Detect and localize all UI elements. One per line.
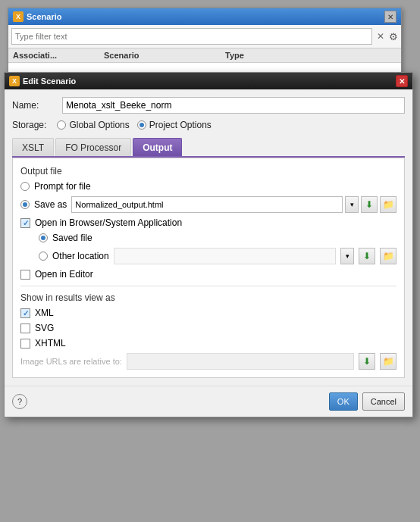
saved-file-radio[interactable]: [39, 233, 48, 242]
filter-clear-icon[interactable]: ✕: [375, 31, 386, 42]
output-file-label: Output file: [20, 166, 396, 177]
tab-xslt[interactable]: XSLT: [12, 138, 54, 156]
main-footer-right: OK Cancel: [329, 392, 405, 411]
save-as-label: Save as: [34, 199, 67, 210]
open-editor-row: Open in Editor: [20, 269, 396, 280]
main-footer-left: ?: [12, 394, 30, 409]
save-as-folder-icon[interactable]: 📁: [380, 196, 396, 213]
image-url-download-icon[interactable]: ⬇: [359, 353, 375, 370]
col-header-type: Type: [225, 51, 396, 60]
divider: [20, 286, 396, 286]
bg-dialog-title: Scenario: [27, 12, 61, 21]
prompt-file-label: Prompt for file: [34, 181, 91, 192]
xml-checkbox[interactable]: ✓: [20, 308, 30, 318]
bg-dialog-titlebar: X Scenario ✕: [8, 8, 401, 25]
saved-file-label: Saved file: [52, 233, 92, 243]
xhtml-row: XHTML: [20, 338, 396, 349]
bg-title-icon: X: [13, 11, 24, 22]
main-dialog-titlebar: X Edit Scenario ✕: [5, 73, 412, 89]
open-browser-checkmark: ✓: [23, 219, 29, 227]
open-browser-checkbox[interactable]: ✓: [20, 218, 30, 228]
main-dialog-title: Edit Scenario: [23, 77, 76, 86]
save-as-dropdown-arrow[interactable]: ▾: [345, 196, 359, 213]
save-as-input-group: ▾ ⬇ 📁: [71, 196, 396, 213]
name-label: Name:: [12, 100, 58, 111]
output-content-box: Output file Prompt for file Save as ▾ ⬇ …: [12, 158, 405, 378]
save-as-row: Save as ▾ ⬇ 📁: [20, 196, 396, 213]
other-location-label: Other location: [52, 251, 109, 261]
open-browser-label: Open in Browser/System Application: [35, 217, 182, 228]
main-dialog-body: Name: Storage: Global Options Project Op…: [5, 89, 412, 386]
storage-global-label: Global Options: [69, 120, 129, 130]
image-url-input[interactable]: [127, 353, 354, 370]
save-as-radio[interactable]: [20, 200, 30, 209]
col-header-assoc: Associati...: [13, 51, 104, 60]
main-dialog: X Edit Scenario ✕ Name: Storage: Global …: [4, 72, 413, 417]
open-editor-checkbox[interactable]: [20, 270, 30, 280]
ok-button[interactable]: OK: [329, 392, 358, 411]
xml-row: ✓ XML: [20, 308, 396, 318]
filter-bar: ✕ ⚙: [8, 25, 401, 48]
svg-checkbox[interactable]: [20, 324, 30, 333]
open-editor-label: Open in Editor: [35, 269, 93, 280]
main-close-button[interactable]: ✕: [396, 75, 408, 87]
image-url-label: Image URLs are relative to:: [20, 357, 122, 366]
save-as-radio-dot: [23, 202, 27, 207]
main-titlebar-left: X Edit Scenario: [9, 76, 76, 86]
storage-project-radio[interactable]: [137, 120, 146, 130]
tab-fo-processor[interactable]: FO Processor: [55, 138, 131, 156]
image-url-row: Image URLs are relative to: ⬇ 📁: [20, 353, 396, 370]
main-title-icon: X: [9, 76, 20, 86]
bg-titlebar-left: X Scenario: [13, 11, 61, 22]
main-help-button[interactable]: ?: [12, 394, 27, 409]
svg-row: SVG: [20, 323, 396, 333]
filter-gear-icon[interactable]: ⚙: [389, 31, 398, 42]
open-browser-row: ✓ Open in Browser/System Application: [20, 217, 396, 228]
prompt-file-radio[interactable]: [20, 182, 30, 191]
save-as-download-icon[interactable]: ⬇: [361, 196, 378, 213]
xml-label: XML: [35, 308, 54, 318]
other-loc-dropdown[interactable]: ▾: [340, 248, 354, 264]
storage-label: Storage:: [12, 120, 46, 130]
save-as-input[interactable]: [71, 196, 343, 213]
name-input[interactable]: [62, 97, 405, 114]
xhtml-checkbox[interactable]: [20, 339, 30, 349]
storage-row: Storage: Global Options Project Options: [12, 120, 405, 130]
bg-close-button[interactable]: ✕: [384, 11, 396, 23]
main-dialog-footer: ? OK Cancel: [5, 386, 412, 417]
cancel-button[interactable]: Cancel: [362, 392, 405, 411]
xml-checkmark: ✓: [23, 309, 29, 317]
tab-output[interactable]: Output: [133, 138, 182, 156]
xhtml-label: XHTML: [35, 338, 66, 349]
other-location-row: Other location ▾ ⬇ 📁: [39, 248, 396, 264]
other-location-radio[interactable]: [39, 252, 48, 261]
storage-project-radio-dot: [139, 123, 144, 127]
name-row: Name:: [12, 97, 405, 114]
filter-input[interactable]: [11, 28, 372, 45]
prompt-for-file-row: Prompt for file: [20, 181, 396, 192]
tabs-row: XSLT FO Processor Output: [12, 138, 405, 158]
saved-file-row: Saved file: [39, 233, 396, 243]
other-loc-folder-icon[interactable]: 📁: [380, 248, 396, 264]
other-location-input[interactable]: [114, 248, 336, 264]
col-header-scenario: Scenario: [104, 51, 225, 60]
saved-file-radio-dot: [41, 236, 45, 240]
table-header: Associati... Scenario Type: [8, 48, 401, 63]
storage-global-option[interactable]: Global Options: [57, 120, 129, 130]
svg-label: SVG: [35, 323, 54, 333]
storage-global-radio[interactable]: [57, 120, 66, 130]
storage-project-option[interactable]: Project Options: [137, 120, 212, 130]
other-loc-download-icon[interactable]: ⬇: [359, 248, 375, 264]
storage-project-label: Project Options: [149, 120, 212, 130]
browser-subsection: Saved file Other location ▾ ⬇ 📁: [20, 233, 396, 264]
image-url-folder-icon[interactable]: 📁: [380, 353, 396, 370]
results-view-label: Show in results view as: [20, 292, 396, 303]
